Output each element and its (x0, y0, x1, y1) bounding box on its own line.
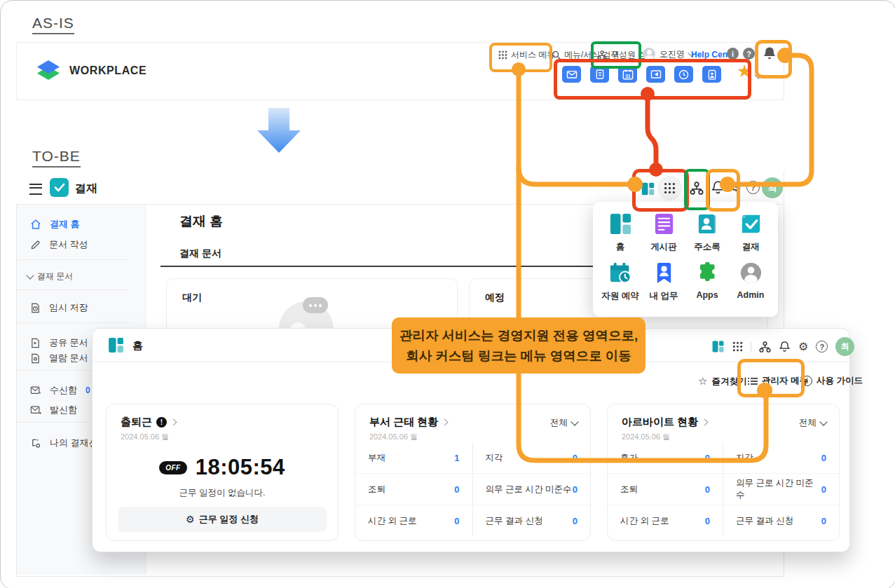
launcher-item-label: 게시판 (650, 241, 677, 253)
part-time-card-header[interactable]: 아르바이트 현황 2024.05.06 월 (622, 416, 707, 442)
chevron-down-icon (571, 418, 578, 425)
avatar[interactable]: 최 (762, 177, 783, 198)
divider (751, 341, 751, 353)
admin-person-icon (739, 261, 763, 285)
launcher-item-label: 내 업무 (650, 290, 678, 302)
workplace-logo-icon (34, 57, 62, 85)
home-dashboard-icon[interactable] (641, 182, 655, 199)
notification-bell-button[interactable] (762, 46, 777, 65)
annotation-callout: 관리자 서비스는 경영지원 전용 영역으로, 회사 커스텀 링크는 메뉴 영역으… (392, 317, 645, 374)
launcher-item-admin[interactable]: Admin (729, 261, 772, 310)
favorite-star-icon[interactable]: ★ (737, 62, 752, 80)
svg-text:31: 31 (625, 73, 631, 78)
scope-filter-dropdown[interactable]: 전체 (550, 417, 578, 429)
sidebar-item-label: 문서 작성 (49, 238, 88, 251)
launcher-item-home[interactable]: 홈 (599, 212, 642, 261)
attendance-card-header[interactable]: 출퇴근 ! 2024.05.06 월 (121, 416, 176, 442)
mail-icon[interactable] (562, 66, 581, 83)
org-icon[interactable] (759, 341, 771, 353)
document-icon[interactable] (590, 66, 609, 83)
favorites-button[interactable]: ☆ 즐겨찾기 (698, 375, 746, 388)
my-tasks-icon (652, 261, 676, 285)
work-schedule-request-button[interactable]: ⚙ 근무 일정 신청 (118, 507, 327, 532)
stat-row: 의무 근로 시간 미준수0 (473, 473, 591, 505)
current-time: 18:05:54 (196, 455, 285, 480)
launcher-item-board[interactable]: 게시판 (642, 212, 685, 261)
sidebar-item-viewed-docs[interactable]: 열람 문서 (30, 352, 88, 364)
pencil-icon (30, 240, 41, 250)
status-badge: OFF (159, 461, 187, 474)
bell-icon[interactable] (779, 341, 791, 353)
scope-filter-dropdown[interactable]: 전체 (799, 417, 826, 429)
settings-gear-icon[interactable]: ⚙ (798, 341, 808, 353)
brand-name: WORKPLACE (69, 64, 146, 77)
info-icon[interactable]: i (727, 48, 739, 60)
user-avatar (643, 48, 655, 60)
sidebar-item-shared-docs[interactable]: 공유 문서 (30, 336, 88, 349)
tab-approval-docs[interactable]: 결재 문서 (179, 247, 221, 260)
asis-shortcut-row: 31 (562, 66, 721, 83)
sidebar-item-compose[interactable]: 문서 작성 (30, 238, 88, 251)
stat-row: 지각0 (473, 442, 591, 473)
user-menu[interactable]: 오진영 (643, 48, 695, 60)
transition-arrow (254, 108, 303, 154)
user-guide-button[interactable]: i 사용 가이드 (802, 375, 863, 387)
announce-icon[interactable] (646, 66, 665, 83)
service-menu-button[interactable]: 서비스 메뉴 (498, 49, 555, 61)
home-dashboard-icon[interactable] (711, 340, 725, 353)
stat-row: 휴가0 (608, 442, 723, 473)
stat-row: 조퇴0 (608, 473, 723, 505)
home-icon (30, 219, 41, 230)
gear-icon: ⚙ (186, 514, 195, 524)
sidebar-section-approval-docs[interactable]: 결재 문서 (27, 271, 73, 282)
launcher-item-my-tasks[interactable]: 내 업무 (642, 261, 685, 310)
card-date: 2024.05.06 월 (369, 432, 447, 442)
attendance-card: 출퇴근 ! 2024.05.06 월 OFF 18:05:54 근무 일정이 없… (106, 404, 339, 541)
help-icon[interactable]: ? (746, 181, 760, 194)
stat-row: 지각0 (723, 442, 839, 473)
notification-bell-button[interactable] (711, 180, 725, 198)
grid-dots-icon (664, 182, 676, 194)
launcher-item-label: 결재 (742, 241, 760, 253)
callout-line2: 회사 커스텀 링크는 메뉴 영역으로 이동 (392, 346, 645, 366)
launcher-item-contacts[interactable]: 주소록 (685, 212, 729, 261)
connector-dots-red (641, 87, 663, 177)
sidebar-item-approval-home[interactable]: 결재 홈 (30, 218, 80, 231)
clock-icon[interactable] (674, 66, 693, 83)
admin-menu-button[interactable]: 관리자 메뉴 (748, 375, 808, 387)
stat-row: 부재1 (355, 442, 473, 473)
launcher-item-approval[interactable]: 결재 (729, 212, 772, 261)
resource-calendar-icon (608, 261, 633, 285)
doc-eye-icon (30, 353, 41, 364)
settings-gear-icon[interactable]: ⚙ (730, 181, 742, 193)
launcher-item-apps[interactable]: Apps (685, 261, 729, 310)
org-icon (690, 182, 704, 195)
stat-row: 조퇴0 (355, 473, 473, 505)
stat-row: 근무 결과 신청0 (473, 505, 591, 536)
avatar[interactable]: 최 (835, 337, 854, 356)
calendar-31-icon[interactable]: 31 (618, 66, 637, 83)
help-icon[interactable]: ? (743, 48, 755, 60)
dept-card-header[interactable]: 부서 근태 현황 2024.05.06 월 (369, 416, 447, 442)
stat-row: 시간 외 근로0 (355, 505, 473, 536)
as-is-label: AS-IS (32, 15, 74, 34)
sidebar-item-outbox[interactable]: 발신함 (30, 404, 77, 416)
chevron-right-icon (442, 419, 449, 426)
sidebar-item-inbox[interactable]: 수신함 0 (30, 384, 90, 397)
grid-dots-icon[interactable] (732, 341, 743, 352)
sidebar-item-drafts[interactable]: 임시 저장 (30, 301, 88, 314)
hamburger-menu-icon[interactable] (29, 184, 42, 195)
filter-value: 전체 (550, 417, 568, 429)
help-icon[interactable]: ? (816, 341, 828, 353)
clipboard-person-icon[interactable] (702, 66, 721, 83)
sidebar-item-my-approval-line[interactable]: 나의 결재선 (30, 437, 98, 449)
home-dashboard-icon (107, 336, 125, 357)
launcher-item-resource-booking[interactable]: 자원 예약 (599, 261, 642, 310)
chevron-right-icon (170, 419, 177, 426)
mail-out-icon (30, 405, 41, 415)
board-icon (652, 212, 676, 236)
favorites-label: 즐겨찾기 (711, 376, 746, 388)
dept-status-card: 부서 근태 현황 2024.05.06 월 전체 부재1 지각0 조퇴0 의무 … (355, 404, 591, 541)
org-chart-button[interactable] (690, 182, 704, 198)
app-launcher-button[interactable] (657, 176, 682, 200)
